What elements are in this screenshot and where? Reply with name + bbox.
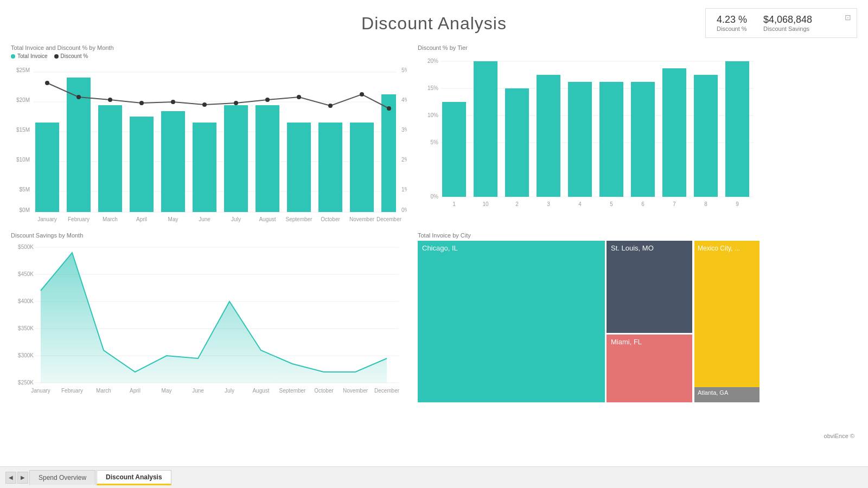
legend-dot-total-invoice — [11, 54, 15, 59]
chart-total-invoice-city: Total Invoice by City Chicago, IL St. Lo… — [418, 232, 760, 409]
chart-discount-savings-month: Discount Savings by Month $500K $450K $4… — [11, 232, 407, 409]
svg-text:5: 5 — [610, 201, 613, 207]
svg-rect-22 — [161, 111, 185, 212]
svg-text:$25M: $25M — [16, 67, 30, 73]
kpi-discount-savings-value: $4,068,848 — [763, 14, 812, 25]
charts-bottom-row: Discount Savings by Month $500K $450K $4… — [11, 232, 857, 409]
legend-total-invoice: Total Invoice — [11, 53, 48, 59]
svg-text:April: April — [136, 216, 147, 222]
kpi-discount-percent-label: Discount % — [717, 25, 747, 32]
svg-rect-67 — [537, 75, 560, 197]
svg-text:15%: 15% — [427, 85, 438, 91]
svg-rect-66 — [505, 88, 529, 197]
svg-text:3: 3 — [547, 201, 550, 207]
svg-rect-113 — [694, 241, 760, 402]
chart3-title: Discount Savings by Month — [11, 232, 407, 239]
tab-discount-analysis[interactable]: Discount Analysis — [97, 470, 171, 485]
svg-text:5%: 5% — [401, 67, 407, 73]
svg-rect-69 — [599, 82, 623, 197]
kpi-discount-savings-label: Discount Savings — [763, 25, 812, 32]
svg-point-32 — [108, 98, 112, 102]
svg-text:January: January — [31, 388, 50, 394]
chart2-svg: 20% 15% 10% 5% 0% — [418, 53, 760, 221]
svg-text:March: March — [96, 388, 111, 394]
chart1-legend: Total Invoice Discount % — [11, 53, 407, 59]
svg-rect-28 — [350, 123, 374, 212]
svg-rect-26 — [287, 123, 311, 212]
svg-point-31 — [76, 95, 81, 99]
kpi-discount-percent-value: 4.23 % — [717, 14, 747, 25]
svg-text:$500K: $500K — [18, 244, 34, 250]
svg-text:February: February — [61, 388, 83, 394]
branding: obviEnce © — [824, 433, 854, 439]
svg-text:2: 2 — [515, 201, 519, 207]
svg-rect-73 — [725, 61, 749, 197]
svg-rect-25 — [256, 105, 279, 212]
svg-rect-109 — [418, 241, 605, 402]
svg-text:$5M: $5M — [20, 187, 30, 192]
svg-rect-24 — [224, 105, 248, 212]
tab-nav-next[interactable]: ▶ — [17, 472, 28, 484]
svg-rect-23 — [193, 123, 216, 212]
kpi-discount-percent: 4.23 % Discount % — [717, 14, 747, 32]
svg-rect-72 — [694, 75, 718, 197]
svg-text:Atlanta, GA: Atlanta, GA — [698, 389, 729, 396]
chart4-svg: Chicago, IL St. Louis, MO Mexico City, .… — [418, 241, 760, 403]
svg-text:7: 7 — [673, 201, 676, 207]
svg-text:June: June — [199, 216, 210, 222]
svg-point-41 — [387, 106, 391, 111]
svg-text:$300K: $300K — [18, 352, 34, 358]
svg-rect-111 — [607, 241, 692, 333]
legend-label-discount-pct: Discount % — [61, 53, 88, 59]
svg-text:$10M: $10M — [16, 157, 30, 163]
svg-point-35 — [202, 102, 207, 107]
svg-text:May: May — [162, 388, 172, 394]
svg-text:10: 10 — [482, 201, 489, 207]
svg-rect-68 — [568, 82, 592, 197]
svg-text:August: August — [252, 388, 269, 394]
svg-text:July: July — [231, 216, 241, 222]
svg-text:Miami, FL: Miami, FL — [611, 338, 642, 346]
chart4-title: Total Invoice by City — [418, 232, 760, 239]
svg-text:$20M: $20M — [16, 97, 30, 103]
svg-text:5%: 5% — [431, 139, 439, 145]
svg-text:10%: 10% — [427, 112, 438, 118]
svg-text:September: September — [286, 216, 313, 222]
svg-point-40 — [360, 92, 364, 97]
svg-text:0%: 0% — [431, 194, 439, 200]
svg-rect-27 — [318, 123, 342, 212]
svg-text:December: December — [376, 216, 402, 222]
svg-text:20%: 20% — [427, 58, 438, 64]
svg-text:February: February — [68, 216, 90, 222]
svg-rect-70 — [631, 82, 655, 197]
legend-dot-discount-pct — [54, 54, 59, 59]
svg-text:$0M: $0M — [20, 207, 30, 213]
svg-text:St. Louis, MO: St. Louis, MO — [611, 244, 654, 252]
tab-nav-prev[interactable]: ◀ — [5, 472, 16, 484]
svg-text:$450K: $450K — [18, 271, 34, 277]
tab-spend-overview[interactable]: Spend Overview — [29, 470, 95, 485]
svg-rect-71 — [662, 68, 686, 197]
expand-icon[interactable]: ⊡ — [845, 13, 851, 22]
svg-text:September: September — [279, 388, 307, 394]
svg-rect-18 — [35, 123, 59, 212]
svg-text:1: 1 — [452, 201, 456, 207]
svg-text:$250K: $250K — [18, 380, 34, 386]
main-content: Discount Analysis 4.23 % Discount % $4,0… — [0, 0, 868, 466]
svg-text:$400K: $400K — [18, 298, 34, 304]
svg-text:November: November — [343, 388, 368, 394]
kpi-discount-savings: $4,068,848 Discount Savings — [763, 14, 812, 32]
svg-text:November: November — [349, 216, 375, 222]
svg-text:October: October — [314, 388, 334, 394]
svg-point-39 — [328, 104, 333, 108]
svg-point-30 — [45, 81, 49, 85]
svg-text:2%: 2% — [401, 157, 407, 163]
svg-text:3%: 3% — [401, 127, 407, 133]
svg-text:9: 9 — [736, 201, 739, 207]
svg-text:May: May — [168, 216, 178, 222]
svg-text:October: October — [321, 216, 340, 222]
svg-point-38 — [297, 95, 301, 99]
legend-discount-pct: Discount % — [54, 53, 88, 59]
svg-rect-29 — [381, 94, 396, 212]
chart1-svg: $25M $20M $15M $10M $5M $0M 5% 4% 3% 2% … — [11, 61, 407, 224]
